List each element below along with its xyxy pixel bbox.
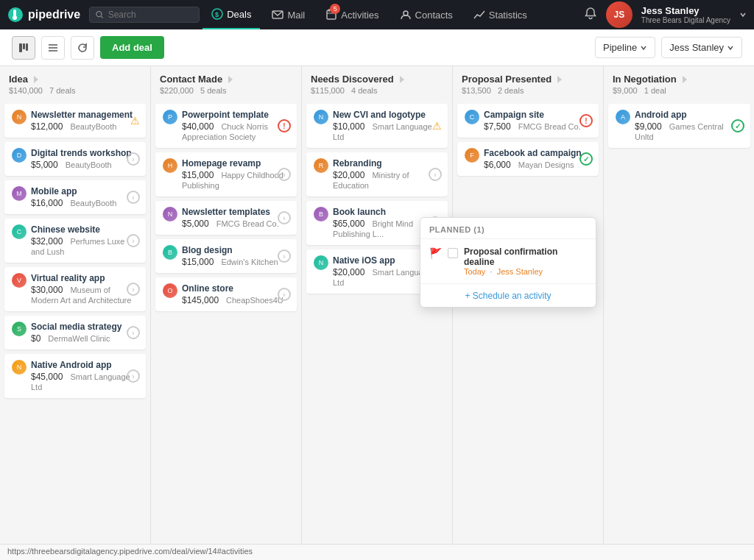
- deal-card[interactable]: M Mobile app $16,000 BeautyBooth ›: [4, 180, 146, 214]
- card-amount: $5,000 BeautyBooth: [31, 160, 138, 170]
- card-indicator: ›: [127, 369, 140, 383]
- card-amount: $30,000 Museum of Modern Art and Archite…: [31, 285, 138, 305]
- card-indicator: ›: [127, 326, 140, 339]
- popover-header: PLANNED (1): [420, 218, 596, 239]
- grey-indicator-circle: ›: [429, 168, 442, 181]
- deal-card[interactable]: H Homepage revamp $15,000 Happy Childhoo…: [155, 152, 297, 196]
- column-needs-discovered-arrow: [400, 76, 404, 83]
- deal-card[interactable]: C Chinese website $32,000 Perfumes Luxe …: [4, 219, 146, 263]
- deal-card[interactable]: F Facebook ad campaign $6,000 Mayan Desi…: [457, 142, 599, 176]
- card-header: N New CVI and logotype $10,000 Smart Lan…: [314, 110, 440, 142]
- card-company: Games Central Unltd: [635, 122, 724, 141]
- deal-card[interactable]: P Powerpoint template $40,000 Chuck Norr…: [155, 104, 297, 148]
- deal-card[interactable]: C Campaign site $7,500 FMCG Bread Co. !: [457, 104, 599, 138]
- card-amount: $32,000 Perfumes Luxe and Lush: [31, 236, 138, 257]
- card-company: Ministry of Education: [333, 171, 409, 190]
- card-header: M Mobile app $16,000 BeautyBooth: [12, 186, 138, 208]
- deal-card[interactable]: N New CVI and logotype $10,000 Smart Lan…: [306, 104, 448, 148]
- card-company: Perfumes Luxe and Lush: [31, 237, 124, 256]
- card-company: Smart Language Ltd: [31, 372, 130, 391]
- card-title: Newsletter templates: [182, 207, 289, 217]
- card-body: Android app $9,000 Games Central Unltd: [635, 110, 743, 142]
- column-idea-subtitle: $140,000 7 deals: [9, 86, 141, 95]
- card-title: Powerpoint template: [182, 110, 289, 120]
- card-company: FMCG Bread Co.: [518, 122, 581, 131]
- card-indicator: ⚠: [130, 115, 140, 127]
- card-header: D Digital trends workshop $5,000 BeautyB…: [12, 148, 138, 170]
- user-filter-dropdown[interactable]: Jess Stanley: [661, 37, 742, 58]
- card-amount: $6,000 Mayan Designs: [484, 160, 591, 170]
- card-body: Rebranding $20,000 Ministry of Education: [333, 158, 440, 191]
- activity-popover: PLANNED (1) 🚩 Proposal confirmation deal…: [420, 217, 596, 308]
- card-avatar: V: [12, 273, 27, 288]
- schedule-activity-link[interactable]: + Schedule an activity: [465, 291, 551, 301]
- nav-item-activities[interactable]: 5 Activities: [317, 0, 387, 29]
- card-indicator: ›: [278, 288, 291, 301]
- search-icon: [96, 10, 104, 19]
- nav-item-contacts[interactable]: Contacts: [391, 0, 462, 29]
- card-body: Campaign site $7,500 FMCG Bread Co.: [484, 110, 591, 132]
- column-in-negotiation-cards: A Android app $9,000 Games Central Unltd…: [604, 101, 754, 560]
- nav-item-deals[interactable]: $ Deals: [202, 0, 260, 29]
- pipeline-dropdown-icon: [640, 44, 647, 52]
- card-company: DermaWell Clinic: [48, 334, 110, 343]
- svg-point-3: [96, 12, 102, 17]
- deal-card[interactable]: A Android app $9,000 Games Central Unltd…: [608, 104, 750, 148]
- notification-bell[interactable]: [584, 7, 597, 23]
- deals-icon: $: [211, 8, 223, 20]
- deal-card[interactable]: V Virtual reality app $30,000 Museum of …: [4, 267, 146, 311]
- popover-checkbox[interactable]: [448, 248, 458, 258]
- card-amount: $9,000 Games Central Unltd: [635, 121, 743, 142]
- logo-icon: [7, 7, 24, 23]
- pipeline-dropdown[interactable]: Pipeline: [595, 37, 655, 58]
- logo-text: pipedrive: [28, 8, 80, 21]
- card-title: Book launch: [333, 207, 440, 217]
- refresh-button[interactable]: [71, 36, 94, 60]
- deal-card[interactable]: S Social media strategy $0 DermaWell Cli…: [4, 316, 146, 350]
- user-dropdown-icon[interactable]: [739, 11, 747, 18]
- deal-card[interactable]: D Digital trends workshop $5,000 BeautyB…: [4, 142, 146, 176]
- user-info: Jess Stanley Three Bears Digital Agency: [641, 5, 730, 24]
- card-body: Powerpoint template $40,000 Chuck Norris…: [182, 110, 289, 142]
- deal-card[interactable]: N Newsletter management $12,000 BeautyBo…: [4, 104, 146, 138]
- card-company: FMCG Bread Co.: [216, 219, 279, 228]
- card-indicator: ›: [127, 234, 140, 247]
- grey-indicator-circle: ›: [127, 152, 140, 166]
- nav-item-mail[interactable]: Mail: [263, 0, 314, 29]
- card-body: New CVI and logotype $10,000 Smart Langu…: [333, 110, 440, 142]
- card-header: H Homepage revamp $15,000 Happy Childhoo…: [163, 158, 289, 191]
- column-needs-discovered-cards: N New CVI and logotype $10,000 Smart Lan…: [302, 101, 452, 560]
- card-header: C Chinese website $32,000 Perfumes Luxe …: [12, 224, 138, 257]
- card-header: N Newsletter templates $5,000 FMCG Bread…: [163, 207, 289, 229]
- kanban-view-button[interactable]: [12, 36, 35, 60]
- card-avatar: M: [12, 186, 27, 201]
- card-title: Facebook ad campaign: [484, 148, 591, 158]
- warning-icon: ⚠: [432, 120, 442, 132]
- card-body: Newsletter templates $5,000 FMCG Bread C…: [182, 207, 289, 229]
- deal-card[interactable]: N Native Android app $45,000 Smart Langu…: [4, 354, 146, 398]
- search-input[interactable]: [108, 10, 194, 20]
- nav-item-statistics[interactable]: Statistics: [465, 0, 536, 29]
- card-amount: $7,500 FMCG Bread Co.: [484, 121, 591, 132]
- card-avatar: B: [163, 245, 177, 260]
- deal-card[interactable]: B Blog design $15,000 Edwin's Kitchen ›: [155, 239, 297, 273]
- deal-card[interactable]: O Online store $145,000 CheapShoes4U ›: [155, 277, 297, 311]
- card-company: Happy Childhood Publishing: [182, 171, 283, 190]
- card-header: R Rebranding $20,000 Ministry of Educati…: [314, 158, 440, 191]
- toolbar: Add deal Pipeline Jess Stanley: [0, 29, 754, 66]
- add-deal-button[interactable]: Add deal: [100, 36, 164, 59]
- activities-badge: 5: [330, 4, 340, 14]
- card-avatar: R: [314, 158, 328, 173]
- deal-card[interactable]: N Newsletter templates $5,000 FMCG Bread…: [155, 201, 297, 235]
- card-avatar: F: [465, 148, 479, 163]
- search-box: [89, 7, 200, 23]
- card-body: Digital trends workshop $5,000 BeautyBoo…: [31, 148, 138, 170]
- deal-card[interactable]: R Rebranding $20,000 Ministry of Educati…: [306, 152, 448, 196]
- nav-deals-label: Deals: [227, 9, 251, 20]
- list-view-button[interactable]: [41, 36, 65, 60]
- card-avatar: N: [314, 255, 328, 270]
- logo[interactable]: pipedrive: [7, 7, 80, 23]
- svg-point-12: [404, 11, 408, 15]
- popover-item-title: Proposal confirmation dealine: [464, 247, 587, 267]
- grey-indicator-circle: ›: [278, 168, 291, 181]
